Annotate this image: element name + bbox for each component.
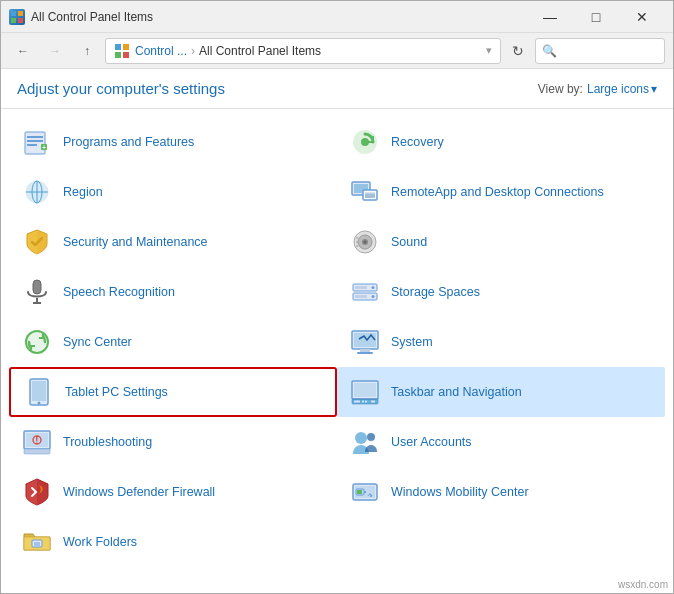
speech-label: Speech Recognition bbox=[63, 284, 175, 300]
taskbar-icon bbox=[349, 376, 381, 408]
list-item[interactable]: Windows Mobility Center bbox=[337, 467, 665, 517]
list-item[interactable]: Windows Defender Firewall bbox=[9, 467, 337, 517]
storage-label: Storage Spaces bbox=[391, 284, 480, 300]
breadcrumb-all-items: All Control Panel Items bbox=[199, 44, 321, 58]
maximize-button[interactable]: □ bbox=[573, 1, 619, 33]
svg-point-62 bbox=[355, 432, 367, 444]
taskbar-label: Taskbar and Navigation bbox=[391, 384, 522, 400]
chevron-down-icon: ▾ bbox=[651, 82, 657, 96]
minimize-button[interactable]: — bbox=[527, 1, 573, 33]
header-bar: Adjust your computer's settings View by:… bbox=[1, 69, 673, 109]
items-container[interactable]: + Programs and Features Recovery bbox=[1, 109, 673, 555]
view-by-control: View by: Large icons ▾ bbox=[538, 82, 657, 96]
svg-rect-24 bbox=[365, 192, 375, 194]
list-item[interactable]: + Programs and Features bbox=[9, 117, 337, 167]
workfolders-label: Work Folders bbox=[63, 534, 137, 550]
svg-rect-68 bbox=[357, 490, 362, 494]
svg-rect-0 bbox=[11, 11, 16, 16]
list-item[interactable]: RemoteApp and Desktop Connections bbox=[337, 167, 665, 217]
svg-point-28 bbox=[364, 241, 367, 244]
svg-rect-46 bbox=[357, 352, 373, 354]
troubleshooting-icon: ! bbox=[21, 426, 53, 458]
title-bar: All Control Panel Items — □ ✕ bbox=[1, 1, 673, 33]
list-item[interactable]: Sound bbox=[337, 217, 665, 267]
mobility-label: Windows Mobility Center bbox=[391, 484, 529, 500]
sync-icon bbox=[21, 326, 53, 358]
tablet-icon bbox=[23, 376, 55, 408]
refresh-button[interactable]: ↻ bbox=[505, 38, 531, 64]
region-label: Region bbox=[63, 184, 103, 200]
svg-rect-53 bbox=[354, 401, 360, 403]
svg-rect-40 bbox=[355, 295, 367, 298]
list-item[interactable]: System bbox=[337, 317, 665, 367]
list-item[interactable]: Recovery bbox=[337, 117, 665, 167]
system-icon bbox=[349, 326, 381, 358]
programs-features-icon: + bbox=[21, 126, 53, 158]
back-button[interactable]: ← bbox=[9, 37, 37, 65]
breadcrumb-control-panel[interactable]: Control ... bbox=[135, 44, 187, 58]
window-controls: — □ ✕ bbox=[527, 1, 665, 33]
up-button[interactable]: ↑ bbox=[73, 37, 101, 65]
list-item[interactable]: Work Folders bbox=[9, 517, 337, 555]
remoteapp-label: RemoteApp and Desktop Connections bbox=[391, 184, 604, 200]
sound-icon bbox=[349, 226, 381, 258]
workfolders-icon bbox=[21, 526, 53, 555]
svg-rect-5 bbox=[123, 44, 129, 50]
svg-rect-2 bbox=[11, 18, 16, 23]
security-label: Security and Maintenance bbox=[63, 234, 208, 250]
app-icon bbox=[9, 9, 25, 25]
content-area: Adjust your computer's settings View by:… bbox=[1, 69, 673, 555]
svg-rect-45 bbox=[360, 349, 370, 352]
svg-rect-56 bbox=[371, 401, 375, 403]
svg-rect-4 bbox=[115, 44, 121, 50]
svg-rect-11 bbox=[27, 144, 37, 146]
view-by-label: View by: bbox=[538, 82, 583, 96]
list-item[interactable]: Security and Maintenance bbox=[9, 217, 337, 267]
svg-rect-9 bbox=[27, 136, 43, 138]
storage-icon bbox=[349, 276, 381, 308]
breadcrumb: Control ... › All Control Panel Items bbox=[114, 43, 480, 59]
forward-button[interactable]: → bbox=[41, 37, 69, 65]
dropdown-chevron-icon[interactable]: ▾ bbox=[486, 44, 492, 57]
recovery-label: Recovery bbox=[391, 134, 444, 150]
list-item[interactable]: Taskbar and Navigation bbox=[337, 367, 665, 417]
address-box[interactable]: Control ... › All Control Panel Items ▾ bbox=[105, 38, 501, 64]
svg-rect-6 bbox=[115, 52, 121, 58]
tablet-label: Tablet PC Settings bbox=[65, 384, 168, 400]
svg-point-36 bbox=[372, 286, 375, 289]
items-grid: + Programs and Features Recovery bbox=[9, 117, 665, 547]
svg-rect-3 bbox=[18, 18, 23, 23]
list-item[interactable]: Sync Center bbox=[9, 317, 337, 367]
firewall-label: Windows Defender Firewall bbox=[63, 484, 215, 500]
security-icon bbox=[21, 226, 53, 258]
view-by-value[interactable]: Large icons ▾ bbox=[587, 82, 657, 96]
list-item[interactable]: Speech Recognition bbox=[9, 267, 337, 317]
recovery-icon bbox=[349, 126, 381, 158]
address-bar: ← → ↑ Control ... › All Control Panel It… bbox=[1, 33, 673, 69]
remoteapp-icon bbox=[349, 176, 381, 208]
list-item[interactable]: ! Troubleshooting bbox=[9, 417, 337, 467]
page-title: Adjust your computer's settings bbox=[17, 80, 225, 97]
svg-point-38 bbox=[372, 295, 375, 298]
svg-rect-55 bbox=[365, 401, 367, 403]
list-item[interactable]: Storage Spaces bbox=[337, 267, 665, 317]
search-box[interactable]: 🔍 bbox=[535, 38, 665, 64]
sound-label: Sound bbox=[391, 234, 427, 250]
list-item[interactable]: Tablet PC Settings bbox=[9, 367, 337, 417]
svg-rect-67 bbox=[364, 491, 366, 493]
svg-rect-61 bbox=[24, 449, 50, 454]
user-accounts-label: User Accounts bbox=[391, 434, 472, 450]
close-button[interactable]: ✕ bbox=[619, 1, 665, 33]
system-label: System bbox=[391, 334, 433, 350]
window-title: All Control Panel Items bbox=[31, 10, 527, 24]
svg-rect-32 bbox=[33, 280, 41, 294]
sync-label: Sync Center bbox=[63, 334, 132, 350]
firewall-icon bbox=[21, 476, 53, 508]
svg-rect-39 bbox=[355, 286, 367, 289]
svg-rect-54 bbox=[362, 401, 364, 403]
list-item[interactable]: Region bbox=[9, 167, 337, 217]
svg-point-63 bbox=[367, 433, 375, 441]
troubleshooting-label: Troubleshooting bbox=[63, 434, 152, 450]
list-item[interactable]: User Accounts bbox=[337, 417, 665, 467]
svg-rect-7 bbox=[123, 52, 129, 58]
